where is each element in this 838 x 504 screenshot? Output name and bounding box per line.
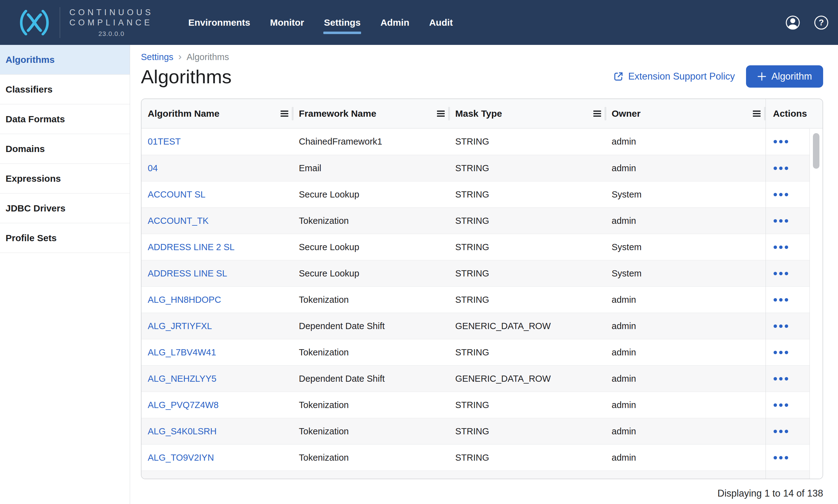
algorithm-name-link[interactable]: 04: [148, 163, 158, 173]
row-actions-menu-icon[interactable]: [773, 191, 789, 198]
table-row: 01TESTChainedFramework1STRINGadmin: [142, 128, 809, 155]
sidebar-item-jdbc-drivers[interactable]: JDBC Drivers: [0, 194, 130, 223]
cell-algorithm-name: ALG_PVQ7Z4W8: [142, 392, 293, 418]
cell-framework-name: Secure Lookup: [293, 260, 449, 286]
cell-owner: admin: [605, 392, 765, 418]
row-actions-menu-icon[interactable]: [773, 217, 789, 224]
table-row: 04EmailSTRINGadmin: [142, 155, 809, 181]
cell-framework-name: Secure Lookup: [293, 181, 449, 208]
table-row: ALG_PVQ7Z4W8TokenizationSTRINGadmin: [142, 392, 809, 418]
algorithm-name-link[interactable]: ALG_NEHZLYY5: [148, 374, 216, 384]
scrollbar-thumb[interactable]: [813, 133, 819, 169]
table-scrollbar-track[interactable]: [809, 129, 822, 479]
sidebar-item-domains[interactable]: Domains: [0, 134, 130, 164]
column-menu-icon[interactable]: [281, 110, 288, 117]
sidebar-item-classifiers[interactable]: Classifiers: [0, 75, 130, 104]
nav-item-monitor[interactable]: Monitor: [270, 17, 304, 28]
table-row: ADDRESS LINE SLSecure LookupSTRINGSystem: [142, 260, 809, 286]
cell-framework-name: Tokenization: [293, 445, 449, 471]
sidebar-item-expressions[interactable]: Expressions: [0, 164, 130, 194]
top-navbar: CONTINUOUS COMPLIANCE 23.0.0.0 Environme…: [0, 0, 838, 45]
algorithm-name-link[interactable]: ADDRESS LINE SL: [148, 268, 227, 278]
column-header-owner: Owner: [605, 99, 765, 128]
column-header-algorithm-name: Algorithm Name: [142, 99, 293, 128]
table-row: ALG_TO9V2IYNTokenizationSTRINGadmin: [142, 444, 809, 471]
cell-mask-type: STRING: [449, 339, 605, 365]
pagination-status: Displaying 1 to 14 of 138: [141, 488, 823, 499]
row-actions-menu-icon[interactable]: [773, 428, 789, 435]
cell-actions: [765, 128, 810, 155]
row-actions-menu-icon[interactable]: [773, 270, 789, 277]
delphix-logo-icon: [17, 10, 52, 35]
brand-name-line2: COMPLIANCE: [69, 18, 154, 28]
user-account-icon[interactable]: [785, 15, 800, 30]
settings-sidebar: AlgorithmsClassifiersData FormatsDomains…: [0, 45, 130, 504]
row-actions-menu-icon[interactable]: [773, 349, 789, 356]
algorithm-name-link[interactable]: ACCOUNT_TK: [148, 216, 209, 226]
algorithm-name-link[interactable]: ALG_L7BV4W41: [148, 347, 216, 358]
column-header-label: Algorithm Name: [148, 108, 219, 119]
algorithm-name-link[interactable]: ALG_JRTIYFXL: [148, 321, 212, 331]
cell-actions: [765, 181, 810, 208]
brand-divider: [60, 7, 60, 38]
breadcrumb-settings-link[interactable]: Settings: [141, 52, 174, 62]
algorithm-name-link[interactable]: ALG_S4K0LSRH: [148, 426, 216, 436]
row-actions-menu-icon[interactable]: [773, 454, 789, 461]
cell-owner: admin: [605, 339, 765, 365]
nav-item-admin[interactable]: Admin: [380, 17, 409, 28]
column-menu-icon[interactable]: [437, 110, 445, 117]
add-algorithm-button[interactable]: Algorithm: [746, 65, 823, 88]
help-icon[interactable]: ?: [814, 15, 829, 30]
cell-framework-name: Tokenization: [293, 287, 449, 313]
table-row: ALG_HN8HDOPCTokenizationSTRINGadmin: [142, 286, 809, 313]
cell-mask-type: STRING: [449, 445, 605, 471]
cell-owner: admin: [605, 313, 765, 339]
sidebar-item-profile-sets[interactable]: Profile Sets: [0, 223, 130, 253]
cell-algorithm-name: ALG_JRTIYFXL: [142, 313, 293, 339]
cell-mask-type: STRING: [449, 418, 605, 444]
column-menu-icon[interactable]: [593, 110, 601, 117]
row-actions-menu-icon[interactable]: [773, 165, 789, 172]
row-actions-menu-icon[interactable]: [773, 138, 789, 145]
plus-icon: [757, 72, 766, 81]
algorithms-table: Algorithm NameFramework NameMask TypeOwn…: [141, 98, 823, 479]
cell-actions: [765, 445, 810, 471]
algorithm-name-link[interactable]: ALG_HN8HDOPC: [148, 295, 221, 305]
cell-framework-name: Dependent Date Shift: [293, 313, 449, 339]
cell-owner: System: [605, 260, 765, 286]
row-actions-menu-icon[interactable]: [773, 296, 789, 303]
cell-framework-name: ChainedFramework1: [293, 128, 449, 155]
cell-actions: [765, 339, 810, 365]
row-actions-menu-icon[interactable]: [773, 401, 789, 409]
breadcrumb-current: Algorithms: [186, 52, 229, 62]
table-row-partial: [142, 471, 809, 479]
algorithm-name-link[interactable]: ALG_TO9V2IYN: [148, 453, 214, 463]
sidebar-item-data-formats[interactable]: Data Formats: [0, 104, 130, 134]
extension-support-policy-link[interactable]: Extension Support Policy: [613, 71, 735, 82]
row-actions-menu-icon[interactable]: [773, 375, 789, 382]
brand-version: 23.0.0.0: [69, 30, 154, 37]
cell-actions: [765, 234, 810, 260]
sidebar-item-algorithms[interactable]: Algorithms: [0, 45, 130, 75]
brand-name-line1: CONTINUOUS: [69, 7, 154, 18]
algorithm-name-link[interactable]: ACCOUNT SL: [148, 190, 205, 200]
algorithm-name-link[interactable]: ADDRESS LINE 2 SL: [148, 242, 234, 252]
nav-item-environments[interactable]: Environments: [188, 17, 250, 28]
row-actions-menu-icon[interactable]: [773, 323, 789, 330]
algorithm-name-link[interactable]: ALG_PVQ7Z4W8: [148, 400, 219, 410]
algorithm-name-link[interactable]: 01TEST: [148, 137, 181, 147]
cell-owner: admin: [605, 366, 765, 392]
row-actions-menu-icon[interactable]: [773, 244, 789, 251]
nav-item-settings[interactable]: Settings: [324, 17, 360, 28]
column-menu-icon[interactable]: [753, 110, 761, 117]
column-header-label: Actions: [773, 108, 807, 119]
nav-item-audit[interactable]: Audit: [429, 17, 453, 28]
cell-mask-type: STRING: [449, 392, 605, 418]
cell-mask-type: STRING: [449, 155, 605, 181]
cell-algorithm-name: ALG_L7BV4W41: [142, 339, 293, 365]
table-row: ACCOUNT SLSecure LookupSTRINGSystem: [142, 181, 809, 208]
cell-actions: [765, 208, 810, 234]
cell-algorithm-name: ALG_S4K0LSRH: [142, 418, 293, 444]
column-header-label: Mask Type: [455, 108, 502, 119]
cell-mask-type: STRING: [449, 234, 605, 260]
